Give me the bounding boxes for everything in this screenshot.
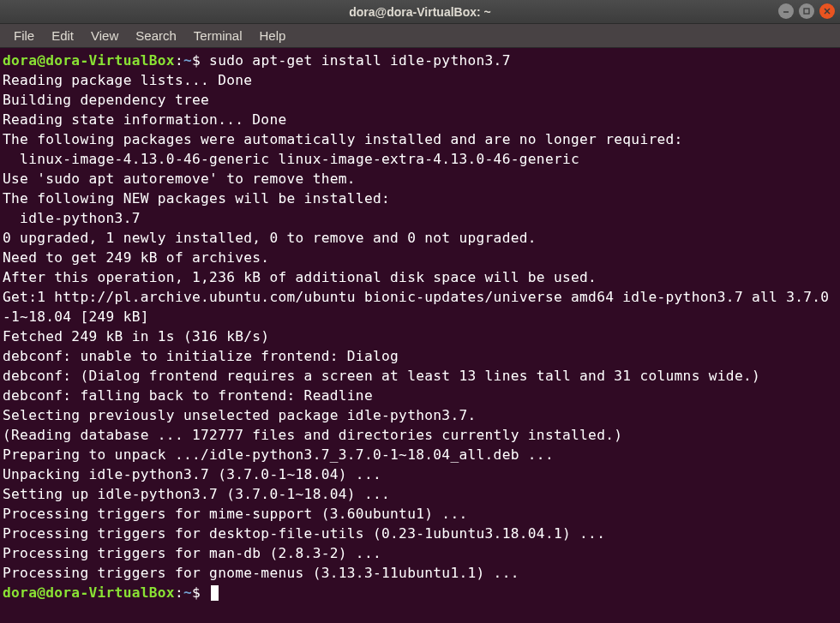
terminal-output-line: Use 'sudo apt autoremove' to remove them… bbox=[3, 169, 837, 189]
terminal-output-line: debconf: falling back to frontend: Readl… bbox=[3, 386, 837, 405]
prompt-path: ~ bbox=[183, 52, 192, 69]
menu-help[interactable]: Help bbox=[251, 25, 295, 46]
prompt-host: dora-VirtualBox bbox=[45, 52, 175, 69]
terminal-output-line: idle-python3.7 bbox=[3, 208, 837, 228]
terminal-output-line: Building dependency tree bbox=[3, 90, 837, 110]
terminal-output-line: Get:1 http://pl.archive.ubuntu.com/ubunt… bbox=[3, 287, 837, 326]
prompt-at: @ bbox=[37, 584, 45, 601]
terminal-prompt-line-1: dora@dora-VirtualBox:~$ sudo apt-get ins… bbox=[3, 51, 837, 70]
terminal-output-line: The following packages were automaticall… bbox=[3, 129, 837, 149]
terminal-output-line: debconf: (Dialog frontend requires a scr… bbox=[3, 366, 837, 386]
terminal-cursor bbox=[211, 585, 219, 601]
close-icon bbox=[823, 7, 831, 15]
prompt-user: dora bbox=[3, 52, 37, 69]
terminal-output-line: (Reading database ... 172777 files and d… bbox=[3, 425, 837, 445]
terminal-output-line: Selecting previously unselected package … bbox=[3, 405, 837, 425]
terminal-output-line: Preparing to unpack .../idle-python3.7_3… bbox=[3, 445, 837, 464]
terminal-output-line: Setting up idle-python3.7 (3.7.0-1~18.04… bbox=[3, 484, 837, 504]
close-button[interactable] bbox=[819, 3, 835, 19]
svg-rect-1 bbox=[804, 9, 809, 14]
terminal-output-line: Processing triggers for desktop-file-uti… bbox=[3, 524, 837, 543]
command-text: sudo apt-get install idle-python3.7 bbox=[201, 52, 511, 69]
maximize-button[interactable] bbox=[799, 3, 814, 19]
menu-terminal[interactable]: Terminal bbox=[185, 25, 251, 46]
prompt-host: dora-VirtualBox bbox=[45, 584, 175, 601]
menubar: File Edit View Search Terminal Help bbox=[0, 24, 840, 48]
terminal-output-line: Processing triggers for mime-support (3.… bbox=[3, 504, 837, 524]
window-title: dora@dora-VirtualBox: ~ bbox=[349, 5, 490, 19]
terminal-output-line: 0 upgraded, 1 newly installed, 0 to remo… bbox=[3, 228, 837, 248]
terminal-area[interactable]: dora@dora-VirtualBox:~$ sudo apt-get ins… bbox=[0, 48, 840, 623]
prompt-dollar: $ bbox=[192, 52, 201, 69]
terminal-output-line: After this operation, 1,236 kB of additi… bbox=[3, 267, 837, 287]
window-controls bbox=[778, 3, 835, 19]
terminal-output-line: debconf: unable to initialize frontend: … bbox=[3, 346, 837, 366]
terminal-output-line: Need to get 249 kB of archives. bbox=[3, 248, 837, 267]
terminal-output-line: Processing triggers for gnome-menus (3.1… bbox=[3, 563, 837, 583]
terminal-output-line: Reading state information... Done bbox=[3, 110, 837, 129]
menu-file[interactable]: File bbox=[5, 25, 43, 46]
terminal-output-line: Fetched 249 kB in 1s (316 kB/s) bbox=[3, 326, 837, 346]
menu-edit[interactable]: Edit bbox=[43, 25, 82, 46]
prompt-dollar: $ bbox=[192, 584, 201, 601]
maximize-icon bbox=[802, 7, 811, 15]
minimize-button[interactable] bbox=[778, 3, 794, 19]
terminal-output-line: Processing triggers for man-db (2.8.3-2)… bbox=[3, 543, 837, 563]
terminal-output-line: linux-image-4.13.0-46-generic linux-imag… bbox=[3, 149, 837, 169]
terminal-output-line: Unpacking idle-python3.7 (3.7.0-1~18.04)… bbox=[3, 464, 837, 484]
prompt-colon: : bbox=[175, 584, 183, 601]
minimize-icon bbox=[782, 7, 790, 15]
prompt-user: dora bbox=[3, 584, 37, 601]
terminal-prompt-line-2: dora@dora-VirtualBox:~$ bbox=[3, 583, 837, 602]
prompt-colon: : bbox=[175, 52, 183, 69]
menu-search[interactable]: Search bbox=[127, 25, 185, 46]
terminal-output-line: Reading package lists... Done bbox=[3, 70, 837, 90]
prompt-path: ~ bbox=[183, 584, 192, 601]
command-text bbox=[201, 584, 209, 601]
prompt-at: @ bbox=[37, 52, 45, 69]
window-titlebar: dora@dora-VirtualBox: ~ bbox=[0, 0, 840, 24]
terminal-output-line: The following NEW packages will be insta… bbox=[3, 189, 837, 208]
menu-view[interactable]: View bbox=[82, 25, 127, 46]
